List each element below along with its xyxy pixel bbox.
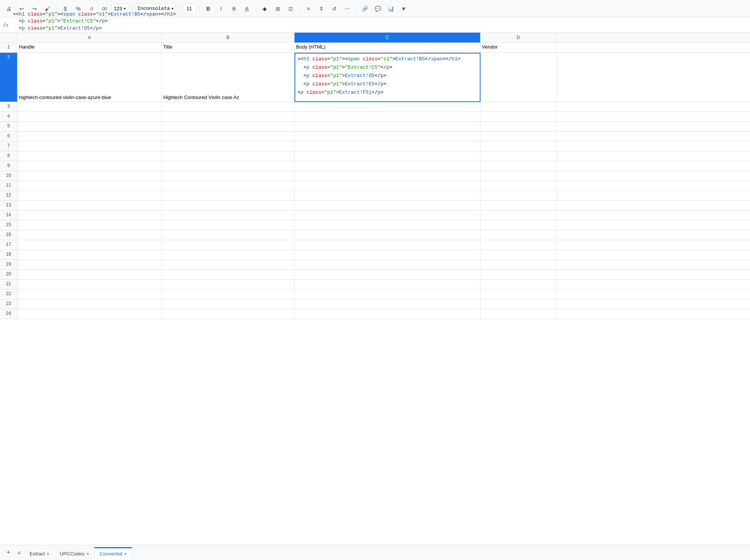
cell-a9[interactable] [17, 161, 162, 171]
cell-d14[interactable] [481, 211, 556, 220]
cell-a5[interactable] [17, 122, 162, 131]
cell-a7[interactable] [17, 142, 162, 151]
row-num-19[interactable]: 19 [0, 260, 17, 269]
cell-c4[interactable] [295, 112, 481, 121]
cell-b24[interactable] [162, 309, 295, 319]
row-num-4[interactable]: 4 [0, 112, 17, 121]
cell-b10[interactable] [162, 171, 295, 181]
cell-b21[interactable] [162, 280, 295, 289]
row-num-15[interactable]: 15 [0, 220, 17, 230]
cell-c3[interactable] [295, 102, 481, 112]
cell-d7[interactable] [481, 142, 556, 151]
cell-c19[interactable] [295, 260, 481, 269]
row-num-9[interactable]: 9 [0, 161, 17, 171]
cell-c23[interactable] [295, 299, 481, 309]
cell-d11[interactable] [481, 181, 556, 190]
cell-a24[interactable] [17, 309, 162, 319]
cell-a22[interactable] [17, 289, 162, 299]
cell-c7[interactable] [295, 142, 481, 151]
cell-d5[interactable] [481, 122, 556, 131]
cell-a15[interactable] [17, 220, 162, 230]
cell-a18[interactable] [17, 250, 162, 260]
cell-b3[interactable] [162, 102, 295, 112]
cell-a17[interactable] [17, 240, 162, 250]
cell-c22[interactable] [295, 289, 481, 299]
cell-c15[interactable] [295, 220, 481, 230]
cell-b16[interactable] [162, 230, 295, 240]
cell-c9[interactable] [295, 161, 481, 171]
cell-b15[interactable] [162, 220, 295, 230]
cell-d18[interactable] [481, 250, 556, 260]
cell-d16[interactable] [481, 230, 556, 240]
cell-a4[interactable] [17, 112, 162, 121]
cell-a11[interactable] [17, 181, 162, 190]
cell-d13[interactable] [481, 201, 556, 210]
cell-d21[interactable] [481, 280, 556, 289]
cell-c24[interactable] [295, 309, 481, 319]
row-num-2[interactable]: 2 [0, 53, 17, 102]
row-num-23[interactable]: 23 [0, 299, 17, 309]
cell-c21[interactable] [295, 280, 481, 289]
row-num-21[interactable]: 21 [0, 280, 17, 289]
cell-b7[interactable] [162, 142, 295, 151]
cell-a2[interactable]: hightech-contoured-violin-case-azure-blu… [17, 53, 162, 102]
cell-a3[interactable] [17, 102, 162, 112]
row-num-18[interactable]: 18 [0, 250, 17, 260]
cell-d12[interactable] [481, 191, 556, 200]
cell-c10[interactable] [295, 171, 481, 181]
cell-c13[interactable] [295, 201, 481, 210]
row-num-10[interactable]: 10 [0, 171, 17, 181]
cell-b12[interactable] [162, 191, 295, 200]
cell-b18[interactable] [162, 250, 295, 260]
cell-b20[interactable] [162, 270, 295, 279]
cell-c11[interactable] [295, 181, 481, 190]
cell-a10[interactable] [17, 171, 162, 181]
row-num-22[interactable]: 22 [0, 289, 17, 299]
row-num-16[interactable]: 16 [0, 230, 17, 240]
row-num-3[interactable]: 3 [0, 102, 17, 112]
cell-d8[interactable] [481, 151, 556, 161]
cell-d17[interactable] [481, 240, 556, 250]
row-num-1[interactable]: 1 [0, 43, 17, 52]
cell-b6[interactable] [162, 132, 295, 141]
row-num-17[interactable]: 17 [0, 240, 17, 250]
cell-c5[interactable] [295, 122, 481, 131]
cell-d19[interactable] [481, 260, 556, 269]
cell-a6[interactable] [17, 132, 162, 141]
col-header-d[interactable]: D [481, 33, 556, 42]
cell-b13[interactable] [162, 201, 295, 210]
col-header-c[interactable]: C [295, 33, 481, 42]
cell-d22[interactable] [481, 289, 556, 299]
cell-a19[interactable] [17, 260, 162, 269]
row-num-12[interactable]: 12 [0, 191, 17, 200]
cell-a21[interactable] [17, 280, 162, 289]
cell-d15[interactable] [481, 220, 556, 230]
cell-a8[interactable] [17, 151, 162, 161]
row-num-7[interactable]: 7 [0, 142, 17, 151]
cell-d9[interactable] [481, 161, 556, 171]
cell-c18[interactable] [295, 250, 481, 260]
row-num-11[interactable]: 11 [0, 181, 17, 190]
cell-c8[interactable] [295, 151, 481, 161]
cell-b22[interactable] [162, 289, 295, 299]
row-num-14[interactable]: 14 [0, 211, 17, 220]
cell-b1[interactable]: Title [162, 43, 295, 52]
cell-c6[interactable] [295, 132, 481, 141]
cell-a1[interactable]: Handle [17, 43, 162, 52]
row-num-24[interactable]: 24 [0, 309, 17, 319]
cell-d6[interactable] [481, 132, 556, 141]
cell-a14[interactable] [17, 211, 162, 220]
cell-d20[interactable] [481, 270, 556, 279]
cell-d3[interactable] [481, 102, 556, 112]
cell-b9[interactable] [162, 161, 295, 171]
cell-a12[interactable] [17, 191, 162, 200]
cell-b17[interactable] [162, 240, 295, 250]
cell-c20[interactable] [295, 270, 481, 279]
cell-d1[interactable]: Vendor [481, 43, 556, 52]
cell-a13[interactable] [17, 201, 162, 210]
cell-d10[interactable] [481, 171, 556, 181]
cell-d4[interactable] [481, 112, 556, 121]
cell-c14[interactable] [295, 211, 481, 220]
row-num-13[interactable]: 13 [0, 201, 17, 210]
row-num-8[interactable]: 8 [0, 151, 17, 161]
